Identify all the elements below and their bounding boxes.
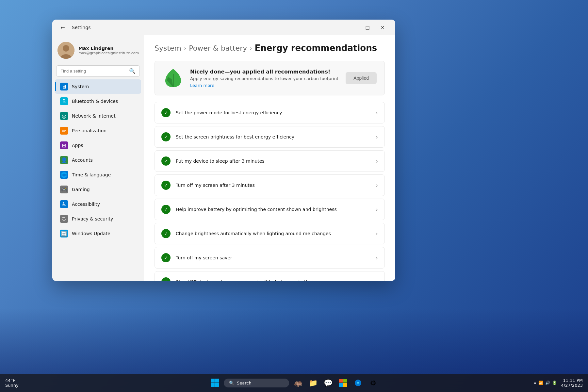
start-button[interactable] [209,377,221,389]
recommendations-list: ✓ Set the power mode for best energy eff… [155,102,385,281]
nav-icon-accounts: 👤 [60,156,68,164]
taskbar: 44°F Sunny 🔍 Search 🦛 📁 💬 [0,374,588,392]
weather-widget: 44°F Sunny [5,378,19,388]
svg-rect-4 [211,379,215,383]
chevron-right-icon: › [376,255,378,261]
taskbar-app-warthog[interactable]: 🦛 [292,377,304,389]
applied-button[interactable]: Applied [346,72,377,84]
taskbar-app-settings[interactable]: ⚙️ [367,377,379,389]
check-circle-4: ✓ [161,205,171,214]
nav-icon-bluetooth: B [60,97,68,105]
maximize-button[interactable]: □ [360,22,375,33]
user-name: Max Lindgren [78,46,139,51]
wifi-icon[interactable]: 📶 [538,381,543,385]
content-area: Max Lindgren max@graphicdesigninstitute.… [52,35,395,281]
weather-condition: Sunny [5,383,19,388]
close-button[interactable]: ✕ [375,22,390,33]
window-controls: — □ ✕ [345,22,390,33]
search-box[interactable]: 🔍 [56,65,140,77]
title-bar: ← Settings — □ ✕ [52,20,395,35]
rec-label-1: Set the screen brightness for best energ… [176,134,371,139]
rec-item[interactable]: ✓ Set the screen brightness for best ene… [155,126,385,148]
rec-item[interactable]: ✓ Set the power mode for best energy eff… [155,102,385,123]
chevron-right-icon: › [376,110,378,116]
rec-label-5: Change brightness automatically when lig… [176,231,371,236]
nav-label-personalization: Personalization [72,128,106,133]
sidebar-item-bluetooth[interactable]: B Bluetooth & devices [55,94,141,108]
rec-label-2: Put my device to sleep after 3 minutes [176,158,371,164]
sidebar-item-accessibility[interactable]: ♿ Accessibility [55,197,141,211]
summary-card: Nicely done—you applied all recommendati… [155,61,385,95]
check-circle-6: ✓ [161,253,171,262]
breadcrumb-separator: › [184,45,186,52]
rec-item[interactable]: ✓ Turn off my screen saver › [155,247,385,269]
show-hidden-icon[interactable]: ∧ [534,381,537,385]
sidebar-item-personalization[interactable]: ✏ Personalization [55,123,141,138]
nav-label-network: Network & internet [72,113,116,119]
rec-item[interactable]: ✓ Put my device to sleep after 3 minutes… [155,150,385,172]
chevron-right-icon: › [376,134,378,140]
sidebar-item-time[interactable]: 🌐 Time & language [55,168,141,182]
nav-icon-time: 🌐 [60,171,68,179]
breadcrumb-item-0[interactable]: System [155,44,181,52]
taskbar-app-chat[interactable]: 💬 [322,377,334,389]
rec-item[interactable]: ✓ Help improve battery by optimizing the… [155,199,385,220]
taskbar-app-store[interactable] [337,377,349,389]
sidebar-item-network[interactable]: ◎ Network & internet [55,109,141,123]
rec-label-6: Turn off my screen saver [176,255,371,260]
summary-text: Nicely done—you applied all recommendati… [190,69,339,88]
sidebar-item-windows_update[interactable]: 🔄 Windows Update [55,226,141,241]
user-email: max@graphicdesigninstitute.com [78,51,139,55]
breadcrumb-item-1[interactable]: Power & battery [189,44,247,52]
rec-item[interactable]: ✓ Turn off my screen after 3 minutes › [155,174,385,196]
svg-rect-11 [343,383,347,387]
sidebar-item-gaming[interactable]: 🎮 Gaming [55,182,141,197]
sidebar-item-accounts[interactable]: 👤 Accounts [55,153,141,167]
check-circle-5: ✓ [161,229,171,238]
check-circle-7: ✓ [161,277,171,281]
summary-subtitle: Apply energy saving recommendations to l… [190,76,339,81]
search-input[interactable] [60,69,126,74]
rec-item[interactable]: ✓ Change brightness automatically when l… [155,223,385,244]
svg-rect-7 [215,383,219,387]
breadcrumb-item-2: Energy recommendations [254,43,377,53]
app-title: Settings [72,25,90,30]
nav-label-windows_update: Windows Update [72,231,110,236]
nav-list: 🖥 System B Bluetooth & devices ◎ Network… [52,79,144,241]
sidebar-item-apps[interactable]: ⊞ Apps [55,138,141,153]
rec-item[interactable]: ✓ Stop USB devices when my screen is off… [155,271,385,281]
sidebar-item-system[interactable]: 🖥 System [55,79,141,94]
nav-label-accounts: Accounts [72,157,93,163]
taskbar-center: 🔍 Search 🦛 📁 💬 ⚙️ [209,377,379,389]
speaker-icon[interactable]: 🔊 [545,381,550,385]
minimize-button[interactable]: — [345,22,360,33]
nav-icon-apps: ⊞ [60,141,68,149]
user-info: Max Lindgren max@graphicdesigninstitute.… [78,46,139,55]
taskbar-clock[interactable]: 11:11 PM 4/27/2023 [561,378,583,388]
svg-rect-5 [215,379,219,383]
battery-icon[interactable]: 🔋 [552,381,557,385]
rec-label-0: Set the power mode for best energy effic… [176,110,371,115]
taskbar-app-edge[interactable] [352,377,364,389]
rec-label-7: Stop USB devices when my screen is off t… [176,279,371,281]
nav-icon-windows_update: 🔄 [60,230,68,237]
learn-more-link[interactable]: Learn more [190,83,339,88]
rec-label-3: Turn off my screen after 3 minutes [176,183,371,188]
taskbar-left: 44°F Sunny [5,378,19,388]
main-content: System›Power & battery›Energy recommenda… [144,35,395,281]
avatar [57,42,74,59]
check-circle-1: ✓ [161,132,171,141]
nav-icon-gaming: 🎮 [60,186,68,193]
taskbar-app-files[interactable]: 📁 [307,377,319,389]
sidebar-item-privacy[interactable]: 🛡 Privacy & security [55,212,141,226]
back-button[interactable]: ← [57,22,68,33]
nav-label-system: System [72,84,89,89]
chevron-right-icon: › [376,182,378,188]
leaf-icon [163,68,184,89]
svg-rect-10 [339,383,343,387]
taskbar-search[interactable]: 🔍 Search [224,379,289,387]
nav-label-accessibility: Accessibility [72,202,100,207]
svg-rect-9 [343,379,347,383]
taskbar-time-display: 11:11 PM [561,378,583,383]
rec-label-4: Help improve battery by optimizing the c… [176,207,371,212]
